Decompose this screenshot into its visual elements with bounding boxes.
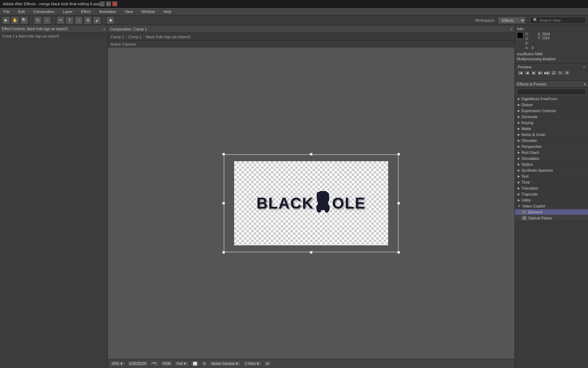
title-bar-controls: _ □ × <box>100 1 117 6</box>
effect-cat-text[interactable]: ▶ Text <box>515 173 588 179</box>
handle-tl[interactable] <box>222 153 225 156</box>
effect-cat-transition[interactable]: ▶ Transition <box>515 185 588 191</box>
region-of-interest[interactable]: ⬜ <box>191 361 199 366</box>
search-help-placeholder: Search Help <box>539 18 561 22</box>
handle-bl[interactable] <box>222 251 225 254</box>
comp-header-title: Composition: Comp 1 <box>110 27 510 31</box>
effect-cat-generate[interactable]: ▶ Generate <box>515 114 588 120</box>
handle-tm[interactable] <box>310 153 313 156</box>
effects-menu[interactable]: ≡ <box>584 82 586 86</box>
effect-cat-keying[interactable]: ▶ Keying <box>515 120 588 126</box>
tool-puppet[interactable]: ◆ <box>107 16 114 24</box>
zoom-control[interactable]: 25% ▼ <box>110 361 125 366</box>
prev-options[interactable]: ⚙ <box>564 70 570 75</box>
effect-cat-trapcode[interactable]: ▶ Trapcode <box>515 191 588 197</box>
effect-cat-noise[interactable]: ▶ Noise & Grain <box>515 132 588 138</box>
menu-file[interactable]: File <box>1 9 12 14</box>
effect-cat-time[interactable]: ▶ Time <box>515 179 588 185</box>
menu-window[interactable]: Window <box>139 9 157 14</box>
menu-edit[interactable]: Edit <box>16 9 27 14</box>
effects-list: ▶ Digieffects FreeForm ▶ Distort ▶ Expre… <box>515 96 588 368</box>
timecode-display[interactable]: 0;00;03;29 <box>127 361 148 366</box>
arrow-icon: ▶ <box>518 115 520 118</box>
prev-loop[interactable]: ↻ <box>558 70 563 75</box>
effect-element[interactable]: E Element <box>515 209 588 215</box>
effect-icon: O <box>522 216 527 220</box>
logo-text: BLACK <box>257 195 314 212</box>
preview-close[interactable]: × <box>583 65 585 69</box>
grid-btn[interactable]: # <box>201 361 208 366</box>
show-channel-btn[interactable]: RGB <box>161 361 173 366</box>
handle-tr[interactable] <box>397 153 400 156</box>
arrow-icon: ▶ <box>518 121 520 124</box>
menu-layer[interactable]: Layer <box>61 9 75 14</box>
comp-canvas-area: BLACK OLE <box>224 154 399 252</box>
tool-hand[interactable]: ✋ <box>11 16 19 24</box>
search-help-input[interactable]: 🔍 Search Help <box>530 17 586 24</box>
arrow-icon: ▶ <box>518 103 520 107</box>
prev-play[interactable]: ▶ <box>531 70 537 75</box>
breadcrumb-bh[interactable]: black hole logo ae import2 <box>146 35 190 39</box>
view-layout[interactable]: 1 View ▼ <box>243 361 262 366</box>
effect-optical-flares[interactable]: O Optical Flares <box>515 215 588 221</box>
tool-select[interactable]: ▶ <box>2 16 10 24</box>
toolbar: ▶ ✋ 🔍 ↻ ○ ✏ T □ ⊕ 🖌 ◆ Workspace: Effects… <box>0 15 588 25</box>
tool-rotate[interactable]: ↻ <box>34 16 42 24</box>
effect-cat-obsolete[interactable]: ▶ Obsolete <box>515 138 588 144</box>
quality-control[interactable]: Full ▼ <box>175 361 189 366</box>
effect-cat-stylize[interactable]: ▶ Stylize <box>515 162 588 168</box>
breadcrumb-arrow-2: › <box>143 35 145 39</box>
effect-cat-perspective[interactable]: ▶ Perspective <box>515 144 588 150</box>
arrow-icon: ▶ <box>518 163 520 166</box>
menu-effect[interactable]: Effect <box>79 9 93 14</box>
view-name[interactable]: Active Camera ▼ <box>209 361 240 366</box>
menu-animation[interactable]: Animation <box>97 9 118 14</box>
effect-cat-expression[interactable]: ▶ Expression Controls <box>515 108 588 114</box>
preview-controls: |◀ ◀ ▶ ▶| ▶▶| 🔊 ↻ ⚙ <box>516 70 587 76</box>
handle-ml[interactable] <box>222 202 225 205</box>
tool-orbit[interactable]: ○ <box>43 16 51 24</box>
arrow-icon: ▶ <box>518 139 520 142</box>
effects-panel: Effects & Presets ≡ ▶ Digieffects FreeFo… <box>515 81 588 368</box>
effect-cat-synthetic[interactable]: ▶ Synthetic Aperture <box>515 168 588 173</box>
workspace-select[interactable]: Effects Standard Minimal <box>498 17 526 24</box>
handle-mr[interactable] <box>397 202 400 205</box>
snapshot-btn[interactable]: 📷 <box>150 361 159 366</box>
effect-controls-close[interactable]: × <box>103 27 105 31</box>
maximize-button[interactable]: □ <box>106 1 111 6</box>
prev-audio[interactable]: 🔊 <box>551 70 556 75</box>
effect-cat-distort[interactable]: ▶ Distort <box>515 102 588 108</box>
effect-cat-digieffects[interactable]: ▶ Digieffects FreeForm <box>515 96 588 102</box>
effect-cat-matte[interactable]: ▶ Matte <box>515 126 588 132</box>
tool-zoom[interactable]: 🔍 <box>20 16 28 24</box>
effect-cat-simulation[interactable]: ▶ Simulation <box>515 156 588 162</box>
viewer-options[interactable]: ⚙ <box>264 361 271 366</box>
minimize-button[interactable]: _ <box>100 1 105 6</box>
handle-bm[interactable] <box>310 251 313 254</box>
tool-pen[interactable]: ✏ <box>57 16 64 24</box>
effect-cat-videocopilot[interactable]: ▼ Video Copilot <box>515 203 588 209</box>
prev-forward[interactable]: ▶| <box>538 70 543 75</box>
handle-br[interactable] <box>397 251 400 254</box>
comp-header-close[interactable]: × <box>510 27 512 31</box>
menu-help[interactable]: Help <box>161 9 174 14</box>
prev-last[interactable]: ▶▶| <box>544 70 550 75</box>
menu-view[interactable]: View <box>122 9 135 14</box>
tool-shape[interactable]: □ <box>75 16 83 24</box>
left-panel: Effect Controls: black hole logo ae impo… <box>0 25 108 368</box>
tool-clone[interactable]: ⊕ <box>84 16 92 24</box>
effect-cat-utility[interactable]: ▶ Utility <box>515 197 588 203</box>
tool-text[interactable]: T <box>66 16 74 24</box>
prev-back[interactable]: ◀ <box>524 70 530 75</box>
preview-header: Preview × <box>516 64 587 70</box>
arrow-icon: ▶ <box>518 157 520 160</box>
close-button[interactable]: × <box>112 1 117 6</box>
tool-paint[interactable]: 🖌 <box>93 16 101 24</box>
effect-cat-redgiant[interactable]: ▶ Red Giant <box>515 150 588 156</box>
comp-viewer[interactable]: BLACK OLE <box>108 48 514 359</box>
breadcrumb-comp1-2[interactable]: Comp 1 <box>128 35 142 39</box>
breadcrumb-comp1[interactable]: Comp 1 <box>111 35 124 39</box>
prev-first[interactable]: |◀ <box>518 70 523 75</box>
menu-composition[interactable]: Composition <box>31 9 57 14</box>
effects-search-input[interactable] <box>517 89 586 95</box>
